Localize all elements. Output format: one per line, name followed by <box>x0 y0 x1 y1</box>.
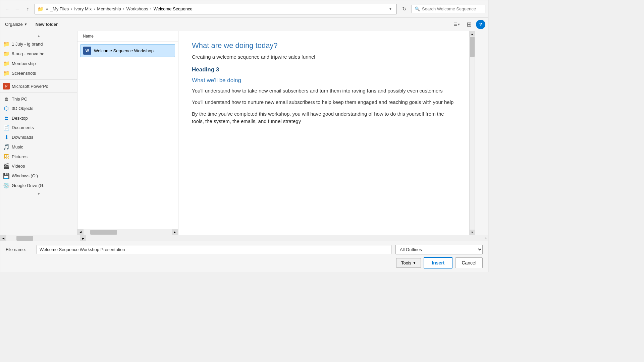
breadcrumb-prefix: « <box>45 7 49 11</box>
bottom-bar: File name: All Outlines Tools ▼ Insert C… <box>0 241 488 272</box>
sidebar-item-label: Downloads <box>12 135 74 140</box>
nav-up-button[interactable]: ▲ <box>33 33 45 39</box>
sidebar-item-label: 6-aug - canva he <box>12 51 74 56</box>
back-button[interactable]: ← <box>3 5 11 13</box>
folder-icon: 📁 <box>3 51 10 57</box>
name-column-header[interactable]: Name <box>80 33 96 40</box>
sidebar-item-3d-objects[interactable]: ⬡ 3D Objects <box>0 104 77 113</box>
command-toolbar: Organize ▼ New folder ☰ ▼ ⊞ ? <box>0 18 488 31</box>
sidebar-item-screenshots[interactable]: 📁 Screenshots <box>0 68 77 78</box>
file-list-hscrollbar[interactable]: ◀ ▶ <box>77 229 178 235</box>
sidebar-item-music[interactable]: 🎵 Music <box>0 142 77 152</box>
sidebar-item-this-pc[interactable]: 🖥 This PC <box>0 94 77 104</box>
breadcrumb-membership[interactable]: Membership <box>97 6 121 11</box>
hscroll-right-button[interactable]: ▶ <box>172 229 178 235</box>
hscroll-left-button[interactable]: ◀ <box>77 229 84 235</box>
main-content: ▲ 📁 1 July - ig brand 📁 6-aug - canva he… <box>0 31 488 235</box>
view-options-button[interactable]: ☰ ▼ <box>452 20 462 29</box>
sidebar-item-label: Google Drive (G: <box>12 183 74 188</box>
navigation-pane: ▲ 📁 1 July - ig brand 📁 6-aug - canva he… <box>0 31 77 235</box>
preview-scrollbar[interactable]: ▲ ▼ <box>469 31 475 235</box>
file-name-input[interactable] <box>37 245 391 254</box>
sidebar-item-label: Music <box>12 144 74 149</box>
refresh-button[interactable]: ↻ <box>399 4 410 14</box>
bottom-hscroll-right[interactable]: ▶ <box>80 235 86 241</box>
tools-arrow-icon: ▼ <box>413 261 416 265</box>
breadcrumb-sep4: › <box>150 7 152 11</box>
right-edge-panel <box>475 31 488 235</box>
google-drive-icon: 💿 <box>3 182 10 189</box>
nav-scroll-down: ▼ <box>0 190 77 197</box>
breadcrumb-my-files[interactable]: _My Files <box>50 6 69 11</box>
sidebar-item-label: 3D Objects <box>12 106 74 111</box>
sidebar-item-downloads[interactable]: ⬇ Downloads <box>0 132 77 142</box>
doc-subheading: What we'll be doing <box>192 77 456 84</box>
file-name: Welcome Sequence Workshop <box>94 48 154 53</box>
toolbar2-right: ☰ ▼ ⊞ ? <box>452 20 485 29</box>
file-open-dialog: ← → ↑ 📁 « _My Files › Ivory Mix › Member… <box>0 0 488 272</box>
scroll-track <box>470 37 475 230</box>
tools-button[interactable]: Tools ▼ <box>396 258 421 268</box>
sidebar-item-july-ig-brand[interactable]: 📁 1 July - ig brand <box>0 39 77 49</box>
desktop-icon: 🖥 <box>3 115 10 121</box>
insert-button[interactable]: Insert <box>424 257 452 268</box>
file-type-select[interactable]: All Outlines <box>395 245 483 254</box>
doc-heading3: Heading 3 <box>192 66 456 73</box>
new-folder-button[interactable]: New folder <box>34 20 60 28</box>
sidebar-item-label: Desktop <box>12 116 74 121</box>
bottom-hscrollbar[interactable]: ◀ ▶ ⤡ <box>0 235 488 241</box>
sidebar-item-windows-c[interactable]: 💾 Windows (C:) <box>0 171 77 181</box>
videos-icon: 🎬 <box>3 163 10 169</box>
preview-pane: What are we doing today? Creating a welc… <box>178 31 469 235</box>
address-dropdown-button[interactable]: ▼ <box>387 6 394 12</box>
3d-objects-icon: ⬡ <box>3 105 10 112</box>
nav-divider2 <box>0 93 77 93</box>
breadcrumb-ivory-mix[interactable]: Ivory Mix <box>74 6 92 11</box>
address-bar: 📁 « _My Files › Ivory Mix › Membership ›… <box>35 4 397 14</box>
help-button[interactable]: ? <box>476 20 485 29</box>
sidebar-item-documents[interactable]: 📄 Documents <box>0 123 77 132</box>
address-folder-icon: 📁 <box>38 6 43 12</box>
up-button[interactable]: ↑ <box>23 4 33 14</box>
forward-button[interactable]: → <box>13 5 21 13</box>
breadcrumb-welcome-sequence[interactable]: Welcome Sequence <box>154 6 193 11</box>
tools-label: Tools <box>401 260 411 265</box>
view-list-icon: ☰ <box>453 22 458 27</box>
sidebar-item-membership[interactable]: 📁 Membership <box>0 59 77 68</box>
word-icon: W <box>83 47 91 55</box>
sidebar-item-desktop[interactable]: 🖥 Desktop <box>0 113 77 123</box>
sidebar-item-google-drive[interactable]: 💿 Google Drive (G: <box>0 181 77 190</box>
folder-icon: 📁 <box>3 60 10 67</box>
pane-icon: ⊞ <box>467 21 472 28</box>
sidebar-item-label: 1 July - ig brand <box>12 42 74 47</box>
sidebar-item-pictures[interactable]: 🖼 Pictures <box>0 152 77 161</box>
sidebar-item-ms-powerpoint[interactable]: P Microsoft PowerPo <box>0 81 77 91</box>
file-name-row: File name: All Outlines <box>6 245 483 254</box>
search-input[interactable] <box>422 6 482 11</box>
doc-heading1: What are we doing today? <box>192 41 456 50</box>
bottom-hscroll-left[interactable]: ◀ <box>0 235 6 241</box>
hscroll-thumb <box>90 230 117 235</box>
file-name-label: File name: <box>6 247 33 252</box>
file-item-welcome-workshop[interactable]: W Welcome Sequence Workshop <box>80 44 175 57</box>
sidebar-item-label: Pictures <box>12 154 74 159</box>
nav-scroll-up: ▲ <box>0 33 77 39</box>
scroll-down-button[interactable]: ▼ <box>470 230 475 235</box>
doc-bullet1: You'll understand how to take new email … <box>192 87 456 95</box>
sidebar-item-6aug-canva[interactable]: 📁 6-aug - canva he <box>0 49 77 59</box>
scroll-up-button[interactable]: ▲ <box>470 31 475 37</box>
organize-button[interactable]: Organize ▼ <box>3 20 30 28</box>
nav-down-button[interactable]: ▼ <box>33 191 45 196</box>
doc-body1: Creating a welcome sequence and tripwire… <box>192 53 456 61</box>
address-toolbar: ← → ↑ 📁 « _My Files › Ivory Mix › Member… <box>0 0 488 18</box>
cancel-button[interactable]: Cancel <box>455 257 483 268</box>
breadcrumb-workshops[interactable]: Workshops <box>126 6 148 11</box>
preview-pane-button[interactable]: ⊞ <box>464 20 474 29</box>
sidebar-item-label: Documents <box>12 125 74 130</box>
pictures-icon: 🖼 <box>3 154 10 160</box>
file-list: W Welcome Sequence Workshop <box>77 42 178 229</box>
sidebar-item-label: Screenshots <box>12 71 74 76</box>
sidebar-item-label: Videos <box>12 164 74 169</box>
sidebar-item-videos[interactable]: 🎬 Videos <box>0 161 77 171</box>
documents-icon: 📄 <box>3 124 10 131</box>
